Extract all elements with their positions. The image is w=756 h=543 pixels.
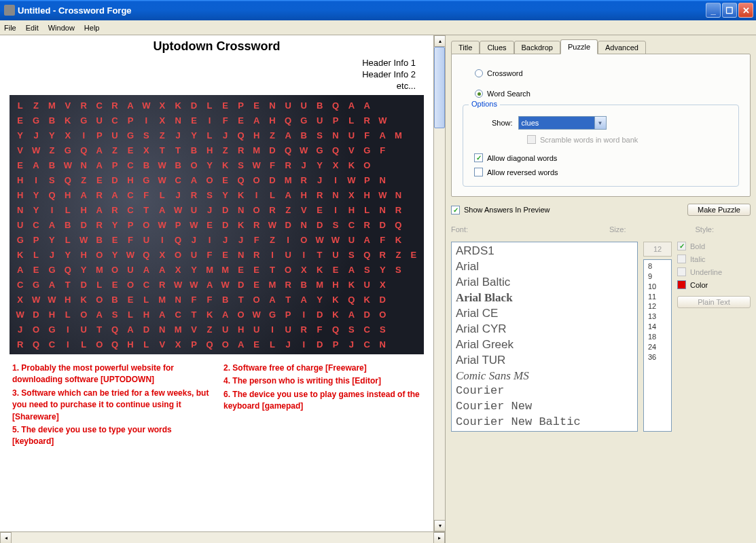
show-dropdown[interactable]: clues ▼ [518,116,607,130]
grid-cell: L [92,277,107,292]
grid-cell: N [327,128,343,143]
grid-cell: L [60,307,75,322]
size-item[interactable]: 12 [648,301,667,312]
tab-puzzle[interactable]: Puzzle [560,39,598,54]
grid-cell: E [217,247,233,262]
tab-backdrop[interactable]: Backdrop [514,41,560,54]
font-item[interactable]: ARDS1 [452,244,637,259]
size-item[interactable]: 36 [648,352,667,362]
bold-label: Bold [690,242,705,250]
grid-cell: Y [44,232,60,247]
tab-title[interactable]: Title [451,41,480,54]
size-input[interactable]: 12 [643,242,672,257]
font-item[interactable]: Comic Sans MS [452,369,637,384]
maximize-button[interactable]: ☐ [722,3,737,18]
grid-cell: U [281,98,296,113]
grid-cell: T [139,202,154,217]
font-item[interactable]: Arial CYR [452,322,637,337]
radio-wordsearch-input[interactable] [475,90,483,98]
grid-cell: X [344,187,359,202]
grid-cell: E [12,113,28,128]
size-item[interactable]: 8 [648,261,667,272]
radio-crossword-input[interactable] [475,69,483,77]
checkbox-diagonal[interactable] [474,153,483,162]
grid-cell: K [233,187,249,202]
grid-cell: G [139,172,154,187]
size-item[interactable]: 9 [648,272,667,282]
scroll-thumb[interactable] [434,47,445,128]
size-item[interactable]: 10 [648,282,667,292]
grid-cell: Q [281,143,296,157]
grid-cell: O [122,277,138,292]
radio-crossword[interactable]: Crossword [475,69,739,77]
grid-cell: A [12,262,28,277]
grid-cell: W [122,247,138,262]
font-item[interactable]: Arial [452,259,637,275]
chevron-down-icon[interactable]: ▼ [594,117,606,129]
grid-cell: A [344,98,359,113]
scroll-h-track[interactable] [12,532,433,543]
grid-cell: T [233,292,249,307]
make-puzzle-button[interactable]: Make Puzzle [687,204,751,216]
scroll-track[interactable] [434,128,445,520]
grid-cell: O [217,337,233,352]
grid-cell: F [186,292,202,307]
grid-cell: Q [44,187,60,202]
vertical-scrollbar[interactable]: ▴ ▾ [433,35,445,531]
grid-cell: L [139,292,154,307]
checkbox-show-answers[interactable] [451,206,460,214]
grid-cell: K [312,262,327,277]
size-item[interactable]: 24 [648,342,667,352]
scroll-down-arrow[interactable]: ▾ [434,520,446,531]
grid-cell: Q [202,337,217,352]
font-item[interactable]: Courier New CE [452,430,637,432]
grid-cell: A [107,187,123,202]
grid-cell: R [359,217,375,232]
size-item[interactable]: 18 [648,332,667,342]
grid-cell: W [344,172,359,187]
font-item[interactable]: Arial Black [452,291,637,306]
menu-window[interactable]: Window [48,24,75,32]
font-item[interactable]: Arial TUR [452,353,637,369]
menu-edit[interactable]: Edit [26,24,39,32]
grid-cell: S [139,128,154,143]
size-item[interactable]: 11 [648,292,667,302]
plain-text-button: Plain Text [677,296,751,308]
size-item[interactable]: 14 [648,322,667,332]
checkbox-reversed[interactable] [474,168,483,176]
font-item[interactable]: Courier New Baltic [452,415,637,430]
tab-advanced[interactable]: Advanced [598,41,646,54]
grid-cell: E [406,247,421,262]
menu-file[interactable]: File [4,24,16,32]
scroll-right-arrow[interactable]: ▸ [433,532,445,543]
font-item[interactable]: Courier [452,383,637,399]
font-list[interactable]: ARDS1ArialArial BalticArial BlackArial C… [451,242,638,432]
horizontal-scrollbar[interactable]: ◂ ▸ [0,531,445,543]
menu-help[interactable]: Help [84,24,100,32]
grid-cell: Y [375,262,391,277]
font-item[interactable]: Arial Baltic [452,275,637,291]
grid-cell: E [202,217,217,232]
grid-cell: W [249,307,264,322]
size-item[interactable]: 13 [648,312,667,322]
grid-cell: E [217,172,233,187]
grid-cell: X [139,143,154,157]
size-list[interactable]: 891011121314182436 [643,259,672,432]
grid-cell: U [217,322,233,337]
font-item[interactable]: Courier New [452,399,637,415]
scroll-left-arrow[interactable]: ◂ [0,532,12,543]
grid-cell: E [249,98,264,113]
grid-cell: G [44,262,60,277]
radio-wordsearch[interactable]: Word Search [475,90,739,98]
clue-item: 2. Software free of charge [Freeware] [223,362,421,374]
grid-cell: M [391,128,406,143]
tab-clues[interactable]: Clues [480,41,514,54]
minimize-button[interactable]: _ [706,3,721,18]
font-item[interactable]: Arial CE [452,306,637,322]
grid-cell: O [139,217,154,232]
close-button[interactable]: ✕ [738,3,753,18]
color-swatch[interactable] [677,280,686,289]
scroll-up-arrow[interactable]: ▴ [434,35,446,47]
font-item[interactable]: Arial Greek [452,337,637,353]
grid-cell: H [233,322,249,337]
